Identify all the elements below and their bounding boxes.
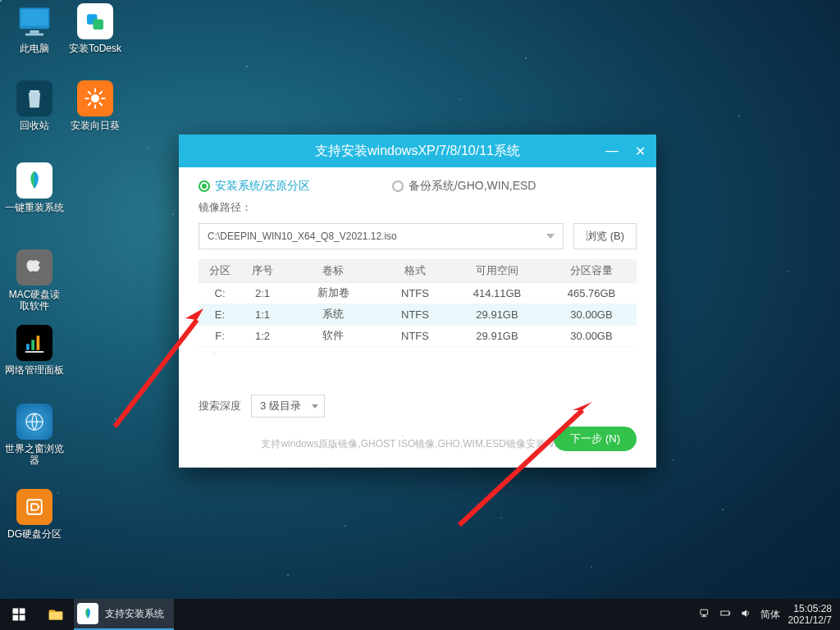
tray-time: 15:05:28: [788, 603, 832, 614]
svg-rect-30: [49, 612, 63, 619]
svg-rect-2: [30, 30, 39, 34]
table-row[interactable]: E:1:1系统NTFS29.91GB30.00GB: [199, 304, 637, 325]
desktop-icon-mac-disk[interactable]: MAC硬盘读取软件: [5, 249, 64, 312]
desktop-icon-label: 回收站: [5, 120, 64, 131]
tab-backup[interactable]: 备份系统/GHO,WIN,ESD: [392, 179, 536, 194]
svg-rect-8: [25, 351, 44, 353]
col-index: 序号: [241, 259, 284, 282]
col-format: 格式: [382, 259, 448, 282]
svg-line-20: [99, 91, 103, 94]
browse-button[interactable]: 浏览 (B): [573, 223, 637, 249]
svg-rect-32: [703, 615, 705, 616]
svg-rect-12: [94, 20, 104, 30]
search-depth-label: 搜索深度: [199, 399, 241, 413]
svg-rect-1: [21, 9, 48, 25]
image-path-value: C:\DEEPIN_WIN10_X64_Q8_V2021.12.iso: [208, 231, 397, 242]
svg-rect-28: [13, 615, 19, 621]
desktop-icon-this-pc[interactable]: 此电脑: [5, 3, 64, 54]
svg-line-19: [99, 103, 103, 106]
table-header-row: 分区 序号 卷标 格式 可用空间 分区容量: [199, 259, 637, 282]
taskbar-active-title: 支持安装系统: [105, 607, 164, 621]
radio-on-icon: [199, 180, 210, 192]
svg-rect-3: [25, 34, 43, 36]
svg-rect-7: [37, 336, 40, 350]
taskbar-app-icon: [77, 603, 98, 624]
tray-network-icon[interactable]: [699, 607, 711, 622]
svg-rect-4: [30, 90, 39, 93]
desktop-icon-label: 一键重装系统: [5, 202, 64, 213]
svg-line-21: [88, 103, 91, 106]
desktop-icon-network-panel[interactable]: 网络管理面板: [5, 325, 64, 376]
desktop-icon-label: 安装ToDesk: [66, 43, 125, 54]
tray-volume-icon[interactable]: [740, 607, 752, 622]
search-depth-select[interactable]: 3 级目录: [251, 395, 325, 418]
svg-rect-27: [20, 609, 25, 614]
desktop-icon-onekey-reinstall[interactable]: 一键重装系统: [5, 162, 64, 213]
tab-label: 备份系统/GHO,WIN,ESD: [409, 179, 536, 192]
svg-rect-31: [700, 609, 707, 614]
radio-off-icon: [392, 180, 404, 192]
svg-rect-5: [26, 344, 30, 350]
desktop-icon-label: 安装向日葵: [66, 120, 125, 131]
col-free: 可用空间: [448, 259, 546, 282]
image-path-combo[interactable]: C:\DEEPIN_WIN10_X64_Q8_V2021.12.iso: [199, 223, 564, 249]
window-title: 支持安装windowsXP/7/8/10/11系统: [315, 143, 520, 160]
tray-date: 2021/12/7: [788, 614, 832, 626]
col-label: 卷标: [284, 259, 382, 282]
desktop-icon-theworld-browser[interactable]: 世界之窗浏览器: [5, 404, 64, 466]
table-row[interactable]: C:2:1新加卷NTFS414.11GB465.76GB: [199, 282, 637, 304]
svg-rect-35: [728, 612, 729, 614]
next-button[interactable]: 下一步 (N): [554, 427, 637, 451]
minimize-button[interactable]: —: [600, 139, 623, 162]
chevron-down-icon: [546, 234, 555, 239]
partition-table: 分区 序号 卷标 格式 可用空间 分区容量 C:2:1新加卷NTFS414.11…: [199, 259, 637, 347]
desktop-icon-label: 网络管理面板: [5, 364, 64, 376]
tray-battery-icon[interactable]: [719, 607, 732, 622]
svg-point-13: [91, 94, 99, 103]
col-partition: 分区: [199, 259, 241, 282]
table-row[interactable]: F:1:2软件NTFS29.91GB30.00GB: [199, 325, 637, 346]
tray-clock[interactable]: 15:05:28 2021/12/7: [788, 603, 832, 626]
tab-label: 安装系统/还原分区: [215, 179, 310, 192]
taskbar-explorer[interactable]: [38, 599, 74, 630]
tab-install-restore[interactable]: 安装系统/还原分区: [199, 179, 310, 194]
desktop-icon-label: 世界之窗浏览器: [5, 443, 64, 466]
desktop-icon-label: MAC硬盘读取软件: [5, 289, 64, 312]
svg-rect-34: [720, 611, 728, 615]
tray-ime[interactable]: 简体: [760, 608, 780, 622]
taskbar-active-app[interactable]: 支持安装系统: [74, 599, 174, 630]
desktop-icon-label: 此电脑: [5, 43, 64, 54]
titlebar[interactable]: 支持安装windowsXP/7/8/10/11系统 — ✕: [179, 135, 656, 167]
desktop-icon-recycle-bin[interactable]: 回收站: [5, 80, 64, 131]
image-path-label: 镜像路径：: [179, 199, 656, 220]
desktop-icon-dg-partition[interactable]: DG硬盘分区: [5, 489, 64, 540]
installer-window: 支持安装windowsXP/7/8/10/11系统 — ✕ 安装系统/还原分区 …: [179, 135, 656, 468]
svg-line-18: [88, 91, 91, 94]
start-button[interactable]: [0, 599, 38, 630]
desktop-icon-todesk[interactable]: 安装ToDesk: [66, 3, 125, 54]
taskbar: 支持安装系统 简体 15:05:28 2021/12/7: [0, 599, 840, 630]
col-capacity: 分区容量: [546, 259, 637, 282]
svg-rect-33: [701, 616, 706, 617]
svg-rect-26: [13, 609, 19, 614]
close-button[interactable]: ✕: [628, 139, 651, 162]
system-tray: 简体 15:05:28 2021/12/7: [691, 599, 840, 630]
desktop-icon-label: DG硬盘分区: [5, 528, 64, 540]
desktop-icon-sunlogin[interactable]: 安装向日葵: [66, 80, 125, 131]
svg-rect-6: [31, 340, 34, 350]
svg-rect-29: [20, 615, 25, 621]
